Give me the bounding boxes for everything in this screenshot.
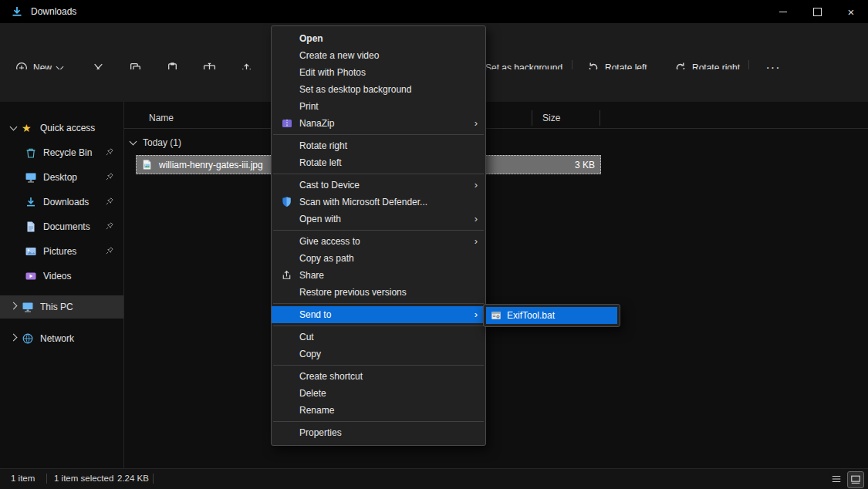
menu-separator [273, 230, 484, 231]
pin-icon [105, 221, 114, 231]
submenu-item-label: ExifTool.bat [507, 310, 555, 321]
menu-separator [273, 365, 484, 366]
pin-icon [105, 172, 114, 181]
column-divider[interactable] [532, 110, 532, 126]
chevron-down-icon [9, 123, 17, 131]
sidebar-item-this-pc[interactable]: This PC [0, 295, 123, 319]
sidebar-item-desktop[interactable]: Desktop [0, 167, 123, 188]
menu-item-cast-to-device[interactable]: Cast to Device › [272, 177, 485, 194]
column-headers: Name Size [124, 108, 868, 129]
maximize-button[interactable] [800, 0, 834, 23]
pin-icon [105, 246, 114, 255]
thumbnail-view-icon [850, 474, 861, 485]
menu-separator [273, 421, 484, 422]
details-view-icon [831, 474, 842, 484]
menu-item-create-shortcut[interactable]: Create shortcut [272, 368, 485, 385]
status-divider [153, 474, 154, 484]
chevron-down-icon [130, 138, 137, 146]
item-count: 1 item [11, 474, 35, 483]
pin-icon [105, 147, 114, 157]
menu-item-share[interactable]: Share [272, 267, 485, 284]
menu-separator [273, 325, 484, 326]
desktop-icon [25, 171, 37, 184]
selection-size: 2.24 KB [117, 474, 149, 483]
menu-item-scan-with-defender[interactable]: Scan with Microsoft Defender... [272, 194, 485, 211]
menu-item-give-access-to[interactable]: Give access to › [272, 233, 485, 250]
status-bar: 1 item 1 item selected 2.24 KB [0, 468, 868, 489]
nanazip-icon [281, 117, 293, 130]
submenu-arrow-icon: › [475, 306, 478, 323]
menu-item-create-new-video[interactable]: Create a new video [272, 47, 485, 64]
menu-item-copy-as-path[interactable]: Copy as path [272, 250, 485, 267]
menu-item-send-to[interactable]: Send to › [272, 306, 485, 323]
sidebar-item-quick-access[interactable]: ★ Quick access [0, 117, 123, 139]
defender-shield-icon [281, 196, 293, 208]
menu-item-nanazip[interactable]: NanaZip › [272, 115, 485, 132]
close-icon: × [848, 6, 855, 18]
menu-separator [273, 134, 484, 135]
sidebar-item-label: Downloads [43, 197, 89, 207]
sidebar-item-label: Videos [43, 271, 71, 282]
close-button[interactable]: × [834, 0, 868, 23]
submenu-item-exiftool[interactable]: ExifTool.bat [486, 307, 617, 324]
menu-item-open[interactable]: Open [272, 30, 485, 47]
sidebar-item-label: This PC [40, 302, 73, 312]
file-name: william-henry-gates-iii.jpg [159, 160, 263, 170]
menu-separator [273, 174, 484, 174]
navigation-pane: ★ Quick access Recycle Bin Desktop Downl… [0, 102, 124, 469]
selection-count: 1 item selected [54, 474, 113, 483]
star-icon: ★ [22, 122, 34, 134]
image-file-icon [141, 159, 154, 171]
menu-item-set-as-desktop-background[interactable]: Set as desktop background [272, 81, 485, 98]
column-header-name[interactable]: Name [149, 113, 174, 123]
submenu-arrow-icon: › [475, 211, 478, 228]
group-header-today[interactable]: Today (1) [130, 133, 181, 153]
this-pc-icon [22, 301, 34, 313]
sidebar-item-label: Documents [43, 221, 90, 232]
file-size: 3 KB [575, 160, 595, 170]
menu-item-delete[interactable]: Delete [272, 385, 485, 402]
sidebar-item-recycle-bin[interactable]: Recycle Bin [0, 142, 123, 164]
batch-file-icon [491, 310, 502, 321]
explorer-window: Downloads × New [0, 0, 868, 489]
submenu-arrow-icon: › [475, 177, 478, 194]
minimize-button[interactable] [766, 0, 800, 23]
group-label: Today (1) [143, 137, 181, 148]
sidebar-item-label: Pictures [43, 246, 76, 257]
videos-icon [25, 270, 37, 282]
menu-item-rotate-left[interactable]: Rotate left [272, 154, 485, 171]
pin-icon [105, 197, 114, 206]
network-icon [22, 332, 34, 345]
details-view-button[interactable] [829, 471, 844, 487]
menu-item-properties[interactable]: Properties [272, 424, 485, 441]
window-title: Downloads [31, 6, 76, 17]
menu-item-rename[interactable]: Rename [272, 402, 485, 419]
menu-separator [273, 303, 484, 304]
menu-item-open-with[interactable]: Open with › [272, 211, 485, 228]
title-bar: Downloads × [0, 0, 868, 23]
thumbnail-view-button[interactable] [847, 471, 864, 488]
column-divider[interactable] [599, 110, 600, 126]
sidebar-item-label: Network [40, 333, 74, 344]
submenu-arrow-icon: › [475, 233, 478, 250]
menu-item-restore-previous-versions[interactable]: Restore previous versions [272, 284, 485, 301]
file-list-pane: Name Size Today (1) william-henry-gates-… [124, 102, 868, 469]
chevron-right-icon [9, 302, 17, 310]
sidebar-item-pictures[interactable]: Pictures [0, 241, 123, 262]
menu-item-rotate-right[interactable]: Rotate right [272, 137, 485, 154]
context-menu: Open Create a new video Edit with Photos… [271, 25, 486, 446]
menu-item-cut[interactable]: Cut [272, 329, 485, 346]
sidebar-item-network[interactable]: Network [0, 328, 123, 349]
menu-item-print[interactable]: Print [272, 98, 485, 115]
menu-item-copy[interactable]: Copy [272, 346, 485, 363]
sidebar-item-downloads[interactable]: Downloads [0, 191, 123, 213]
sidebar-item-videos[interactable]: Videos [0, 265, 123, 287]
sidebar-item-documents[interactable]: Documents [0, 216, 123, 238]
submenu-arrow-icon: › [475, 115, 478, 132]
recycle-bin-icon [25, 147, 37, 159]
status-divider [46, 474, 47, 484]
column-header-size[interactable]: Size [542, 113, 560, 123]
menu-item-edit-with-photos[interactable]: Edit with Photos [272, 64, 485, 81]
downloads-icon [25, 196, 37, 208]
share-icon [281, 269, 293, 282]
